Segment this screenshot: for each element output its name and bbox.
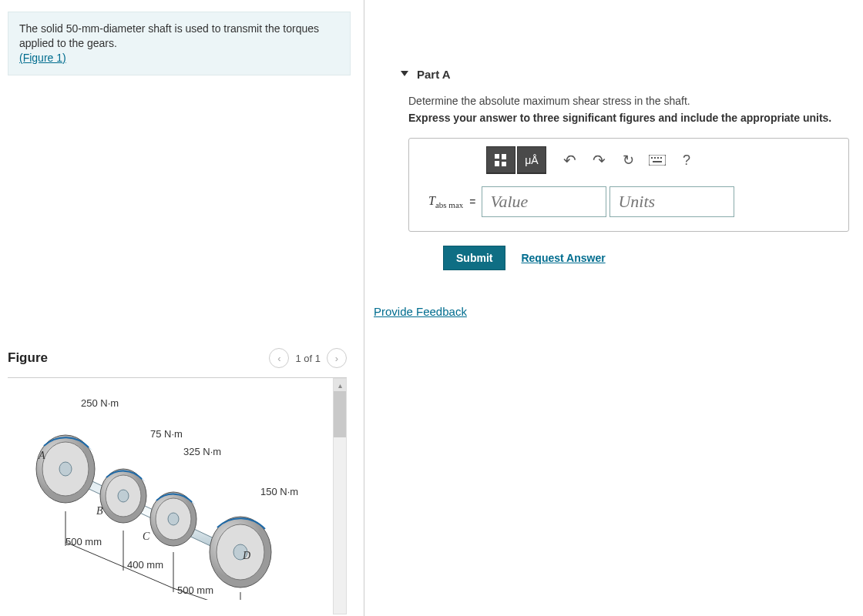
figure-page-indicator: 1 of 1: [295, 353, 321, 364]
problem-statement: The solid 50-mm-diameter shaft is used t…: [8, 12, 351, 75]
svg-rect-8: [660, 157, 662, 159]
figure-next-button[interactable]: ›: [327, 348, 347, 368]
answer-variable: Tabs max: [428, 194, 463, 209]
value-input[interactable]: [482, 186, 606, 217]
units-mu-button[interactable]: μÅ: [517, 146, 546, 174]
torque-C-label: 325 N·m: [183, 446, 221, 457]
figure-nav: ‹ 1 of 1 ›: [269, 348, 347, 368]
provide-feedback-link[interactable]: Provide Feedback: [374, 305, 863, 318]
right-pane: Part A Determine the absolute maximum sh…: [374, 0, 863, 318]
submit-button[interactable]: Submit: [443, 246, 505, 270]
torque-B-label: 75 N·m: [150, 428, 183, 440]
answer-toolbar: μÅ ↶ ↷ ↻ ?: [409, 139, 848, 182]
svg-point-21: [168, 513, 179, 525]
torque-D-label: 150 N·m: [260, 486, 298, 497]
submit-row: Submit Request Answer: [408, 232, 863, 270]
figure-link[interactable]: (Figure 1): [19, 52, 66, 64]
figure-scrollbar[interactable]: ▴: [333, 378, 347, 614]
figure-panel: Figure ‹ 1 of 1 › ▴: [8, 348, 347, 616]
svg-rect-0: [495, 154, 499, 159]
undo-icon[interactable]: ↶: [556, 147, 583, 173]
figure-header: Figure ‹ 1 of 1 ›: [8, 348, 347, 378]
part-prompt: Determine the absolute maximum shear str…: [408, 95, 863, 107]
svg-rect-1: [502, 154, 506, 159]
figure-body: ▴: [8, 378, 347, 616]
svg-point-17: [118, 490, 129, 502]
dim-1-label: 500 mm: [65, 536, 102, 547]
svg-rect-3: [502, 162, 506, 166]
gear-C-label: C: [143, 531, 149, 543]
svg-rect-5: [651, 157, 653, 159]
figure-title: Figure: [8, 350, 48, 366]
gear-D-label: D: [243, 550, 250, 562]
help-icon[interactable]: ?: [673, 147, 700, 173]
dim-3-label: 500 mm: [177, 584, 213, 596]
gear-B-label: B: [96, 505, 103, 517]
dim-2-label: 400 mm: [127, 559, 163, 571]
keyboard-icon[interactable]: [643, 147, 671, 173]
svg-rect-4: [649, 155, 666, 166]
svg-rect-6: [654, 157, 656, 159]
reset-icon[interactable]: ↻: [614, 147, 642, 173]
svg-point-13: [59, 462, 72, 476]
svg-rect-2: [495, 161, 499, 166]
figure-prev-button[interactable]: ‹: [269, 348, 289, 368]
torque-A-label: 250 N·m: [81, 397, 119, 409]
answer-box: μÅ ↶ ↷ ↻ ? Tabs max =: [408, 138, 849, 232]
templates-icon[interactable]: [486, 146, 515, 174]
svg-rect-9: [653, 161, 662, 162]
problem-text: The solid 50-mm-diameter shaft is used t…: [19, 22, 319, 49]
part-label: Part A: [417, 68, 451, 81]
gear-A-label: A: [39, 450, 45, 462]
equals-sign: =: [469, 196, 475, 208]
chevron-down-icon: [401, 71, 408, 76]
svg-rect-7: [657, 157, 659, 159]
pane-divider: [364, 0, 364, 616]
request-answer-link[interactable]: Request Answer: [521, 252, 605, 264]
part-header[interactable]: Part A: [374, 46, 863, 95]
part-body: Determine the absolute maximum shear str…: [374, 95, 863, 318]
units-input[interactable]: [609, 186, 734, 217]
redo-icon[interactable]: ↷: [585, 147, 613, 173]
answer-input-row: Tabs max =: [409, 182, 848, 217]
part-instruction: Express your answer to three significant…: [408, 112, 863, 124]
left-pane: The solid 50-mm-diameter shaft is used t…: [8, 12, 351, 75]
